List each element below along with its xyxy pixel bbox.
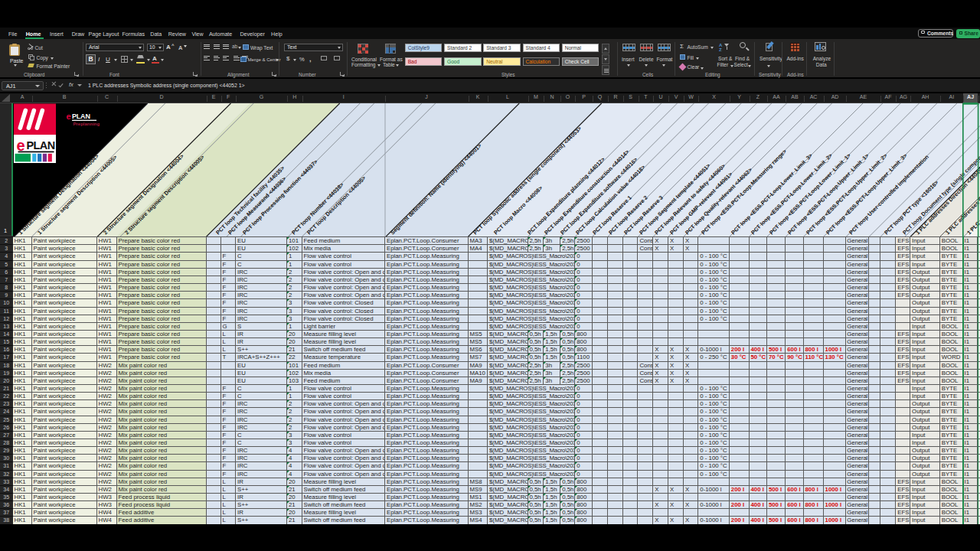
svg-text:PLAN: PLAN [27,139,55,152]
svg-text:PLAN: PLAN [72,112,90,120]
svg-text:e: e [67,112,71,121]
svg-text:Preplanning: Preplanning [74,122,100,126]
